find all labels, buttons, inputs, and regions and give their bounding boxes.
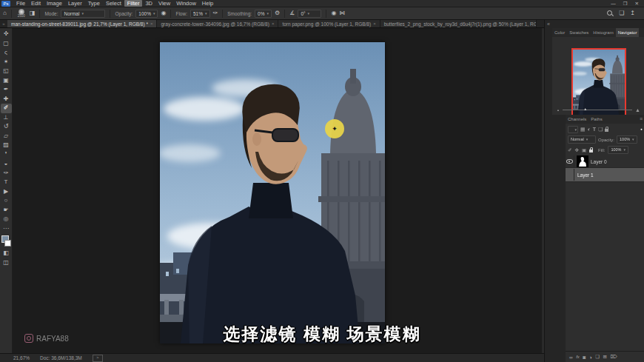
pen-tool[interactable]: ✑ (1, 169, 12, 178)
dodge-tool[interactable]: ◒ (1, 159, 12, 169)
layer-effects-icon[interactable]: fx (576, 355, 580, 359)
smoothing-dropdown[interactable]: 0% (255, 10, 272, 18)
menu-file[interactable]: File (13, 0, 28, 7)
canvas-area[interactable]: ✦ 选择滤镜 模糊 场景模糊 RAFYA88 (13, 28, 544, 353)
menu-edit[interactable]: Edit (28, 0, 44, 7)
blend-mode-dropdown[interactable]: Normal (61, 10, 105, 18)
toggle-brush-panel-icon[interactable]: ◨ (30, 10, 36, 17)
layer-group-icon[interactable]: ❏ (595, 354, 600, 360)
document-tab-4[interactable]: butterflies_2_png_stock_by_roy3d_d6u4j7r… (380, 20, 537, 27)
history-brush-tool[interactable]: ↺ (1, 122, 12, 132)
type-tool[interactable]: T (1, 178, 12, 187)
smoothing-gear-icon[interactable]: ⚙ (275, 10, 280, 17)
menu-select[interactable]: Select (103, 0, 124, 7)
healing-brush-tool[interactable]: ✚ (1, 95, 12, 104)
filter-group-layers-icon[interactable]: ❏ (598, 126, 603, 133)
filter-pixel-layers-icon[interactable]: ▦ (580, 126, 586, 133)
zoom-slider-handle[interactable]: ▲ (583, 107, 587, 111)
clone-stamp-tool[interactable]: ⊥ (1, 113, 12, 123)
symmetry-icon[interactable]: ⋈ (339, 10, 345, 17)
tab-color[interactable]: Color (552, 28, 567, 37)
background-color-swatch[interactable] (4, 240, 11, 247)
tab-overflow-icon[interactable]: » (0, 20, 7, 27)
navigator-zoom-slider[interactable]: ▲ ▲ ▲ (557, 106, 640, 113)
shape-tool[interactable]: ○ (1, 196, 12, 206)
opacity-pressure-icon[interactable]: ◉ (161, 10, 166, 17)
blur-tool[interactable]: ❜ (1, 150, 12, 160)
eye-icon[interactable] (566, 159, 573, 164)
edit-toolbar-icon[interactable]: ⋯ (1, 224, 12, 234)
color-swatches[interactable] (1, 235, 12, 247)
object-selection-tool[interactable]: ✶ (1, 58, 12, 67)
tab-histogram[interactable]: Histogram (591, 28, 615, 37)
brush-preset-picker[interactable]: 2500 (16, 9, 27, 18)
brush-angle-field[interactable]: 0° (298, 10, 321, 18)
minimize-button[interactable]: — (611, 1, 616, 7)
zoom-level-field[interactable]: 21,67% (13, 355, 30, 361)
menu-filter[interactable]: Filter (124, 0, 143, 7)
crop-tool[interactable]: ◱ (1, 67, 12, 76)
visibility-well[interactable] (566, 155, 574, 167)
filter-locked-layers-icon[interactable] (605, 129, 608, 132)
filter-adjustment-layers-icon[interactable]: ◐ (588, 126, 591, 133)
zoom-tool[interactable]: ◎ (1, 215, 12, 224)
menu-image[interactable]: Image (44, 0, 65, 7)
move-tool[interactable]: ✜ (1, 30, 12, 39)
document-tab-1[interactable]: man-standing-on-street-839011.jpg @ 21,7… (7, 20, 157, 27)
eyedropper-tool[interactable]: ✒ (1, 85, 12, 95)
layer-fill-dropdown[interactable]: 100% (608, 146, 628, 154)
close-button[interactable]: ✕ (635, 1, 639, 7)
menu-layer[interactable]: Layer (65, 0, 85, 7)
close-tab-icon[interactable]: × (150, 21, 153, 26)
menu-help[interactable]: Help (199, 0, 216, 7)
tab-paths[interactable]: Paths (588, 115, 604, 124)
zoom-in-icon[interactable]: ▲ (635, 107, 640, 113)
document-tab-3[interactable]: torn paper.png @ 100% (Layer 1, RGB/8) × (278, 20, 380, 27)
layer-row-layer1[interactable]: Layer 1 (566, 168, 644, 182)
size-pressure-icon[interactable]: ◉ (331, 10, 336, 17)
opacity-dropdown[interactable]: 100% (135, 10, 158, 18)
menu-type[interactable]: Type (85, 0, 103, 7)
layer0-thumbnail[interactable] (577, 155, 588, 167)
document-image[interactable] (160, 42, 385, 343)
lock-artboard-icon[interactable]: ▣ (582, 147, 586, 153)
tab-swatches[interactable]: Swatches (567, 28, 591, 37)
close-tab-icon[interactable]: × (373, 21, 376, 26)
filter-type-layers-icon[interactable]: T (593, 127, 596, 132)
visibility-well[interactable] (566, 169, 574, 181)
filter-kind-dropdown[interactable] (568, 126, 578, 133)
lock-all-icon[interactable] (589, 150, 593, 152)
panel-menu-icon[interactable]: ≡ (637, 115, 644, 124)
adjustment-layer-icon[interactable]: ◑ (589, 355, 592, 360)
zoom-out-icon[interactable]: ▲ (557, 108, 560, 112)
close-tab-icon[interactable]: × (272, 21, 275, 26)
menu-3d[interactable]: 3D (142, 0, 155, 7)
frame-tool[interactable]: ▣ (1, 76, 12, 86)
search-icon[interactable] (607, 10, 613, 16)
restore-button[interactable]: ❐ (623, 1, 628, 7)
home-icon[interactable]: ⌂ (3, 10, 7, 17)
eraser-tool[interactable]: ▱ (1, 132, 12, 141)
gradient-tool[interactable]: ▨ (1, 141, 12, 150)
hand-tool[interactable]: ☛ (1, 206, 12, 215)
lock-position-icon[interactable]: ✥ (574, 147, 578, 153)
lock-pixels-icon[interactable]: ✐ (568, 147, 571, 153)
layer-name[interactable]: Layer 0 (591, 159, 607, 164)
screen-mode-button[interactable]: ◫ (1, 258, 12, 268)
layer-name[interactable]: Layer 1 (574, 172, 594, 178)
tab-navigator[interactable]: Navigator (616, 28, 640, 37)
marquee-tool[interactable]: ▢ (1, 39, 12, 49)
share-icon[interactable]: ↥ (630, 10, 635, 17)
document-tab-2[interactable]: gray-concrete-tower-364096.jpg @ 16,7% (… (157, 20, 278, 27)
menu-view[interactable]: View (155, 0, 173, 7)
delete-layer-icon[interactable]: ⌦ (610, 354, 617, 360)
menu-window[interactable]: Window (173, 0, 199, 7)
new-layer-icon[interactable]: ⊞ (603, 354, 607, 360)
path-selection-tool[interactable]: ▶ (1, 187, 12, 197)
layer-blend-mode-dropdown[interactable]: Normal (568, 135, 596, 144)
collapse-panels-icon[interactable]: « (547, 21, 550, 27)
flow-dropdown[interactable]: 51% (190, 10, 210, 18)
layer-opacity-dropdown[interactable]: 100% (617, 135, 637, 144)
lasso-tool[interactable]: ς (1, 48, 12, 58)
status-expand-button[interactable]: > (93, 355, 103, 362)
